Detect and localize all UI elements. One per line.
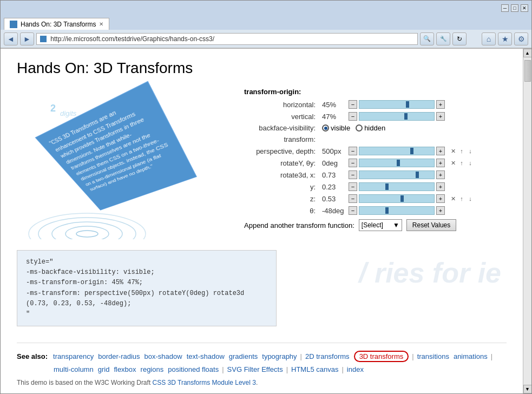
radio-hidden-label: hidden bbox=[364, 124, 385, 132]
rotate3d-x-slider-track[interactable] bbox=[359, 170, 435, 179]
rotate3d-z-slider-thumb[interactable] bbox=[400, 195, 404, 202]
vertical-slider-container: − + bbox=[349, 112, 445, 121]
link-index[interactable]: index bbox=[347, 365, 364, 373]
perspective-up-button[interactable]: ↑ bbox=[458, 148, 465, 155]
rotate3d-z-delete-button[interactable]: ✕ bbox=[449, 195, 457, 202]
perspective-slider-track[interactable] bbox=[359, 147, 435, 155]
rotate3d-z-minus-button[interactable]: − bbox=[349, 194, 357, 203]
link-multi-column[interactable]: multi-column bbox=[54, 365, 94, 373]
perspective-delete-button[interactable]: ✕ bbox=[449, 148, 457, 155]
rotate3d-y-minus-button[interactable]: − bbox=[349, 182, 357, 191]
svg-point-0 bbox=[76, 231, 98, 237]
rotateY-up-button[interactable]: ↑ bbox=[458, 160, 465, 167]
search-button[interactable]: 🔍 bbox=[420, 32, 434, 45]
vertical-slider-thumb[interactable] bbox=[404, 113, 408, 120]
rotateY-delete-button[interactable]: ✕ bbox=[449, 160, 457, 167]
horizontal-plus-button[interactable]: + bbox=[436, 100, 445, 109]
link-gradients[interactable]: gradients bbox=[229, 352, 258, 360]
perspective-control-row: perspective, depth: 500px − + ✕ bbox=[244, 147, 507, 155]
rotate3d-theta-minus-button[interactable]: − bbox=[349, 206, 357, 215]
rotate3d-x-slider-thumb[interactable] bbox=[416, 172, 419, 178]
link-text-shadow[interactable]: text-shadow bbox=[187, 352, 225, 360]
maximize-button[interactable]: □ bbox=[511, 4, 518, 12]
link-regions[interactable]: regions bbox=[141, 365, 164, 373]
rotate3d-theta-plus-button[interactable]: + bbox=[436, 206, 445, 215]
tab-label: Hands On: 3D Transforms bbox=[21, 21, 96, 28]
link-border-radius[interactable]: border-radius bbox=[98, 352, 140, 360]
link-typography[interactable]: typography bbox=[262, 352, 297, 360]
link-positioned-floats[interactable]: positioned floats bbox=[168, 365, 219, 373]
link-flexbox[interactable]: flexbox bbox=[114, 365, 136, 373]
radio-hidden[interactable]: hidden bbox=[356, 124, 385, 132]
rotate3d-z-control-row: z: 0.53 − + ✕ ↑ bbox=[244, 194, 507, 203]
link-animations[interactable]: animations bbox=[454, 352, 488, 360]
favorites-button[interactable]: ★ bbox=[498, 32, 512, 45]
rotateY-plus-button[interactable]: + bbox=[436, 159, 445, 167]
radio-visible-label: visible bbox=[331, 124, 350, 132]
rotateY-slider-track[interactable] bbox=[359, 159, 435, 167]
rotateY-minus-button[interactable]: − bbox=[349, 159, 357, 167]
vertical-slider-track[interactable] bbox=[359, 112, 435, 121]
append-label: Append another transform function: bbox=[244, 221, 354, 229]
perspective-slider-container: − + bbox=[349, 147, 445, 155]
close-button[interactable]: ✕ bbox=[521, 4, 528, 12]
forward-button[interactable]: ► bbox=[20, 32, 34, 45]
rotateY-slider-thumb[interactable] bbox=[397, 160, 400, 166]
attribution-link[interactable]: CSS 3D Transforms Module Level 3 bbox=[153, 379, 256, 386]
code-line-4: -ms-transform: perspective(500px) rotate… bbox=[26, 288, 267, 299]
vertical-minus-button[interactable]: − bbox=[349, 112, 357, 121]
perspective-down-button[interactable]: ↓ bbox=[467, 148, 474, 155]
perspective-minus-button[interactable]: − bbox=[349, 147, 357, 155]
scroll-thumb[interactable] bbox=[524, 60, 531, 82]
reset-values-button[interactable]: Reset Values bbox=[406, 219, 456, 231]
rotateY-down-button[interactable]: ↓ bbox=[467, 160, 474, 167]
link-2d-transforms[interactable]: 2D transforms bbox=[305, 352, 350, 360]
horizontal-slider-thumb[interactable] bbox=[406, 101, 409, 108]
perspective-plus-button[interactable]: + bbox=[436, 147, 445, 155]
link-transitions[interactable]: transitions bbox=[417, 352, 449, 360]
link-html5-canvas[interactable]: HTML5 canvas bbox=[291, 365, 338, 373]
rotate3d-y-slider-container: − + bbox=[349, 182, 445, 191]
rotate3d-y-plus-button[interactable]: + bbox=[436, 182, 445, 191]
tab-close-button[interactable]: ✕ bbox=[99, 21, 103, 27]
link-svg-filter-effects[interactable]: SVG Filter Effects bbox=[227, 365, 283, 373]
radio-visible[interactable]: visible bbox=[322, 124, 350, 132]
rotate3d-z-plus-button[interactable]: + bbox=[436, 194, 445, 203]
link-3d-transforms[interactable]: 3D transforms bbox=[354, 351, 409, 362]
back-button[interactable]: ◄ bbox=[4, 32, 18, 45]
radio-visible-dot bbox=[322, 124, 329, 132]
transform-function-select[interactable]: [Select] ▼ bbox=[359, 219, 402, 231]
compatibility-button[interactable]: 🔧 bbox=[436, 32, 450, 45]
address-bar[interactable]: http://ie.microsoft.com/testdrive/Graphi… bbox=[36, 33, 418, 45]
rotate3d-z-slider-track[interactable] bbox=[359, 194, 435, 203]
perspective-slider-thumb[interactable] bbox=[410, 148, 413, 154]
footer-sep-1: | bbox=[300, 352, 302, 360]
digit-overlay: digits bbox=[60, 109, 76, 117]
append-transform-row: Append another transform function: [Sele… bbox=[244, 219, 507, 231]
refresh-button[interactable]: ↻ bbox=[452, 32, 467, 45]
rotate3d-x-minus-button[interactable]: − bbox=[349, 170, 357, 179]
scroll-track[interactable] bbox=[524, 57, 531, 385]
rotate3d-x-plus-button[interactable]: + bbox=[436, 170, 445, 179]
browser-tab[interactable]: Hands On: 3D Transforms ✕ bbox=[4, 18, 109, 30]
scroll-up-arrow[interactable]: ▲ bbox=[523, 49, 532, 57]
rotate3d-y-value: 0.23 bbox=[322, 183, 346, 191]
tools-button[interactable]: ⚙ bbox=[514, 32, 528, 45]
link-grid[interactable]: grid bbox=[98, 365, 110, 373]
link-transparency[interactable]: transparency bbox=[53, 352, 94, 360]
rotate3d-y-slider-track[interactable] bbox=[359, 182, 435, 191]
svg-point-3 bbox=[38, 218, 136, 239]
horizontal-slider-track[interactable] bbox=[359, 100, 435, 109]
vertical-plus-button[interactable]: + bbox=[436, 112, 445, 121]
minimize-button[interactable]: ─ bbox=[501, 4, 509, 12]
rotate3d-z-up-button[interactable]: ↑ bbox=[458, 195, 465, 202]
rotate3d-y-slider-thumb[interactable] bbox=[385, 183, 389, 190]
scrollbar-right[interactable]: ▲ ▼ bbox=[523, 49, 531, 393]
scroll-down-arrow[interactable]: ▼ bbox=[523, 385, 532, 393]
rotate3d-z-down-button[interactable]: ↓ bbox=[467, 195, 474, 202]
home-button[interactable]: ⌂ bbox=[482, 32, 496, 45]
rotate3d-theta-slider-thumb[interactable] bbox=[385, 207, 389, 214]
link-box-shadow[interactable]: box-shadow bbox=[145, 352, 182, 360]
rotate3d-theta-slider-track[interactable] bbox=[359, 206, 435, 215]
horizontal-minus-button[interactable]: − bbox=[349, 100, 357, 109]
